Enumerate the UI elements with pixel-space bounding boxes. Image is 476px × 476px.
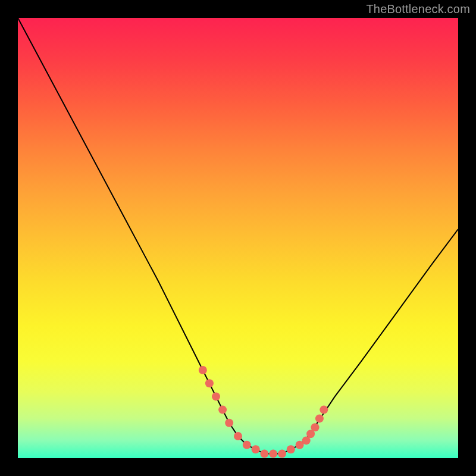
- marker-dot: [252, 445, 260, 453]
- marker-dot: [320, 406, 328, 414]
- chart-container: TheBottleneck.com: [0, 0, 476, 476]
- marker-dot: [199, 366, 207, 374]
- watermark-text: TheBottleneck.com: [366, 2, 470, 16]
- marker-dot: [225, 419, 233, 427]
- bottleneck-curve: [18, 18, 458, 454]
- marker-dot: [311, 423, 320, 431]
- marker-dot: [243, 441, 251, 449]
- marker-dot: [205, 379, 214, 387]
- marker-dot: [269, 450, 277, 458]
- marker-dot: [218, 406, 227, 414]
- marker-dot: [278, 450, 286, 458]
- marker-dot: [212, 392, 220, 400]
- marker-dot: [315, 414, 324, 422]
- marker-dot: [234, 432, 242, 440]
- marker-dot: [260, 450, 268, 458]
- chart-svg: [18, 18, 458, 458]
- plot-area: [18, 18, 458, 458]
- marker-dot: [287, 445, 295, 453]
- highlight-markers: [199, 366, 328, 458]
